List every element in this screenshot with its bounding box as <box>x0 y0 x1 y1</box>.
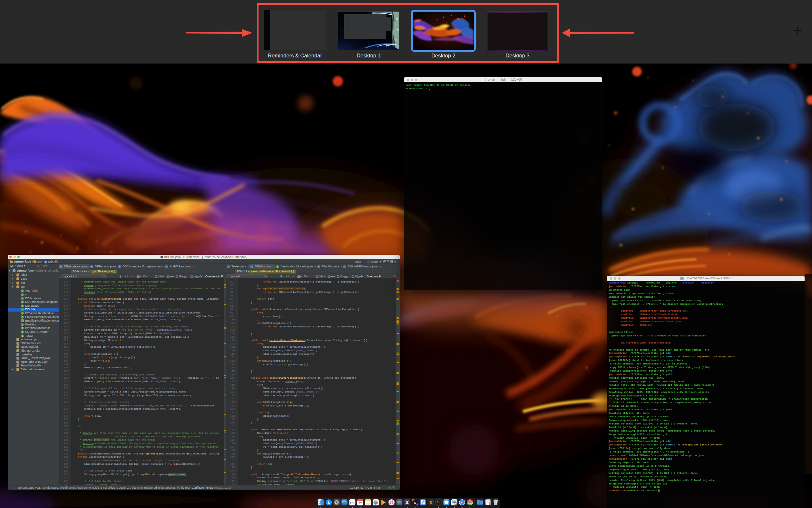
svg-text:>_: >_ <box>436 500 439 503</box>
svg-text:27: 27 <box>359 502 362 505</box>
svg-text:S: S <box>406 501 409 504</box>
svg-text:S: S <box>429 501 432 505</box>
svg-text:IJ: IJ <box>414 501 416 504</box>
